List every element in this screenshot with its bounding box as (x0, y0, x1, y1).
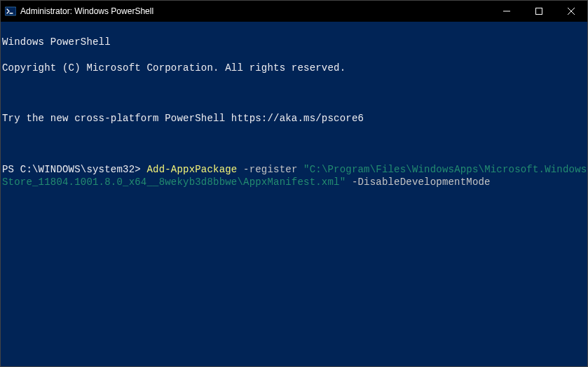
window-title: Administrator: Windows PowerShell (20, 6, 491, 16)
prompt-text: PS C:\WINDOWS\system32> (2, 164, 146, 175)
banner-line: Windows PowerShell (2, 36, 587, 48)
close-button[interactable] (555, 1, 587, 22)
window-titlebar: Administrator: Windows PowerShell (1, 1, 587, 22)
window-controls (491, 1, 587, 22)
blank-line (2, 87, 587, 99)
param-disable: -DisableDevelopmentMode (346, 176, 490, 188)
maximize-button[interactable] (523, 1, 555, 22)
blank-line (2, 138, 587, 151)
svg-rect-0 (5, 7, 16, 15)
terminal-output[interactable]: Windows PowerShell Copyright (C) Microso… (1, 22, 587, 201)
banner-line: Copyright (C) Microsoft Corporation. All… (2, 62, 587, 74)
cmdlet-text: Add-AppxPackage (146, 164, 237, 175)
svg-rect-3 (536, 8, 542, 15)
minimize-button[interactable] (491, 1, 523, 22)
tip-line: Try the new cross-platform PowerShell ht… (2, 112, 587, 125)
powershell-icon (5, 6, 16, 17)
command-line: PS C:\WINDOWS\system32> Add-AppxPackage … (2, 163, 587, 188)
param-register: -register (237, 164, 303, 175)
